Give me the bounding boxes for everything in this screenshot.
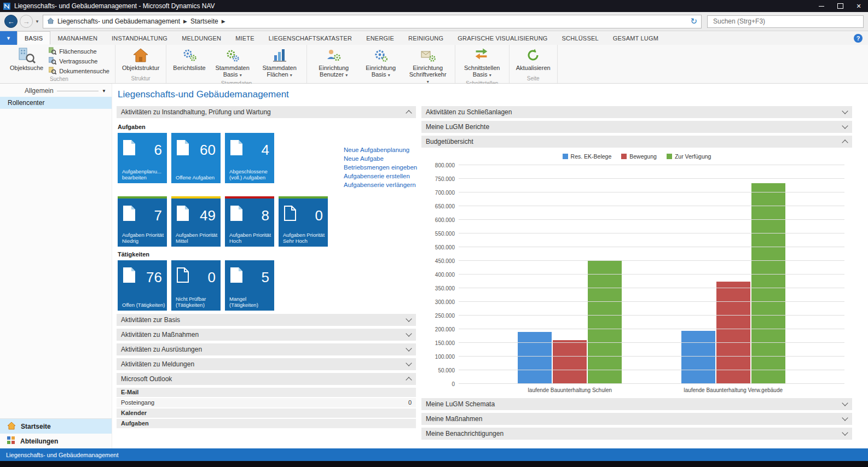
chart-bar [588,261,622,384]
band-outlook[interactable]: Microsoft Outlook [117,373,416,385]
band-budgetuebersicht[interactable]: Budgetübersicht [421,136,852,148]
button-label: Berichtsliste [173,65,205,71]
band-lugm-berichte[interactable]: Meine LuGM Berichte [421,121,852,133]
history-caret-icon[interactable]: ▼ [35,19,39,24]
breadcrumb-arrow-icon[interactable]: ▶ [183,19,187,24]
outlook-row-aufgaben[interactable]: Aufgaben [117,419,416,428]
outlook-row-email[interactable]: E-Mail [117,388,416,397]
tab-liegenschaftskataster[interactable]: LIEGENSCHAFTSKATASTER [262,31,359,45]
cue-tile-aufgabenplanung[interactable]: 6 Aufgabenplanu... bearbeiten [118,133,167,183]
y-axis-label: 450.000 [435,258,459,264]
band-label: Aktivitäten zu Meldungen [121,360,194,368]
y-axis-label: 600.000 [435,217,459,223]
band-label: Meine Benachrichtigungen [426,430,504,437]
gridline [459,274,844,275]
berichtsliste-button[interactable]: Berichtsliste [170,46,208,72]
cue-tile-prioritaet-mittel[interactable]: 49 Aufgaben Priorität Mittel [171,196,221,247]
breadcrumb-arrow-icon[interactable]: ▶ [222,19,225,24]
tab-basis[interactable]: BASIS [17,31,50,45]
objektstruktur-button[interactable]: Objektstruktur [119,46,162,72]
breadcrumb-page[interactable]: Startseite [190,17,218,25]
aktualisieren-button[interactable]: Aktualisieren [513,46,553,72]
band-massnahmen[interactable]: Aktivitäten zu Maßnahmen [117,329,416,341]
tab-gesamt-lugm[interactable]: GESAMT LUGM [606,31,666,45]
breadcrumb-root[interactable]: Liegenschafts- und Gebäudemanagement [57,17,180,25]
tab-energie[interactable]: ENERGIE [359,31,401,45]
sidebar-item-label: Startseite [21,423,51,430]
band-schliessanlagen[interactable]: Aktivitäten zu Schließanlagen [421,106,852,118]
cue-tile-prioritaet-niedrig[interactable]: 7 Aufgaben Priorität Niedrig [118,196,167,247]
ribbon-group-einrichtung: Einrichtung Benutzer ▾ Einrichtung Basis… [307,45,455,83]
tab-meldungen[interactable]: MELDUNGEN [175,31,228,45]
stammdaten-basis-button[interactable]: Stammdaten Basis ▾ [210,46,256,80]
link-neue-aufgabe[interactable]: Neue Aufgabe [344,155,417,162]
outlook-label: Kalender [121,408,147,418]
link-aufgabenserie-verlaengern[interactable]: Aufgabenserie verlängern [344,182,417,188]
dokumentensuche-button[interactable]: Dokumentensuche [47,67,111,75]
cue-tile-offen-taetigkeiten[interactable]: 76 Offen (Tätigkeiten) [118,260,167,311]
help-button[interactable]: ? [854,34,863,43]
band-instandhaltung[interactable]: Aktivitäten zu Instandhaltung, Prüfung u… [117,106,416,118]
stammdaten-flaechen-button[interactable]: Stammdaten Flächen ▾ [257,46,303,80]
band-benachrichtigungen[interactable]: Meine Benachrichtigungen [421,428,852,440]
band-ausruestungen[interactable]: Aktivitäten zu Ausrüstungen [117,343,416,355]
refresh-icon[interactable]: ↻ [690,16,697,26]
button-label: Dokumentensuche [59,68,109,74]
link-aufgabenserie-erstellen[interactable]: Aufgabenserie erstellen [344,173,417,179]
sidebar-item-startseite[interactable]: Startseite [0,419,112,434]
cue-tile-offene-aufgaben[interactable]: 60 Offene Aufgaben [171,133,221,183]
search-input[interactable] [712,17,859,26]
cue-tile-abgeschlossene-aufgaben[interactable]: 4 Abgeschlossene (voll.) Aufgaben [225,133,274,183]
band-meldungen[interactable]: Aktivitäten zu Meldungen [117,358,416,370]
y-axis-label: 0 [452,381,459,387]
document-outline-icon [176,267,189,285]
tab-massnahmen[interactable]: MAßNAHMEN [50,31,105,45]
tab-instandhaltung[interactable]: INSTANDHALTUNG [105,31,175,45]
flaechensuche-button[interactable]: Flächensuche [47,47,111,56]
sidebar-item-rollencenter[interactable]: Rollencenter [0,97,112,109]
einrichtung-schriftverkehr-button[interactable]: Einrichtung Schriftverkehr ▾ [405,46,451,86]
application-menu-button[interactable]: ▼ [0,31,17,45]
legend-swatch [667,154,672,159]
home-icon [7,422,16,431]
budget-chart: Res. EK-BelegeBewegungZur Verfügung lauf… [421,153,852,384]
link-betriebsmengen-eingeben[interactable]: Betriebsmengen eingeben [344,164,417,171]
cue-tile-mangel[interactable]: 5 Mangel (Tätigkeiten) [225,260,274,311]
bar-chart-icon [273,47,287,63]
gridline [459,247,844,247]
tab-grafische-visualisierung[interactable]: GRAFISCHE VISUALISIERUNG [450,31,554,45]
vertragssuche-button[interactable]: Vertragssuche [47,57,111,66]
cue-label: Mangel (Tätigkeiten) [229,296,273,308]
tab-schluessel[interactable]: SCHLÜSSEL [555,31,606,45]
band-basis[interactable]: Aktivitäten zur Basis [117,314,416,326]
outlook-row-posteingang[interactable]: Posteingang 0 [117,398,416,407]
link-neue-aufgabenplanung[interactable]: Neue Aufgabenplanung [344,147,417,153]
cue-label: Offene Aufgaben [176,175,219,181]
cue-tile-nicht-pruefbar[interactable]: 0 Nicht Prüfbar (Tätigkeiten) [171,260,221,311]
back-button[interactable]: ← [4,15,18,28]
schnittstellen-basis-button[interactable]: Schnittstellen Basis ▾ [459,46,505,80]
einrichtung-benutzer-button[interactable]: Einrichtung Benutzer ▾ [311,46,357,80]
forward-button[interactable]: → [20,15,33,28]
cue-label: Offen (Tätigkeiten) [122,302,165,308]
band-lugm-schemata[interactable]: Meine LuGM Schemata [421,398,852,410]
close-button[interactable]: ✕ [849,0,868,12]
y-axis-label: 500.000 [435,244,459,250]
section-instandhaltung: Aufgaben 6 Aufgabenplanu... bearbeiten 6… [117,124,416,314]
cue-tile-prioritaet-hoch[interactable]: 8 Aufgaben Priorität Hoch [225,196,274,247]
band-meine-massnahmen[interactable]: Meine Maßnahmen [421,413,852,425]
nav-section-allgemein[interactable]: Allgemein ▼ [0,84,112,97]
cue-value: 0 [315,207,323,224]
ribbon-group-seite: Aktualisieren Seite [510,45,558,83]
cue-tile-prioritaet-sehr-hoch[interactable]: 0 Aufgaben Priorität Sehr Hoch [279,196,328,247]
einrichtung-basis-button[interactable]: Einrichtung Basis ▾ [358,46,404,80]
minimize-button[interactable] [812,0,831,12]
maximize-button[interactable] [831,0,849,12]
objektsuche-button[interactable]: Objektsuche [7,46,46,72]
tab-reinigung[interactable]: REINIGUNG [401,31,450,45]
sidebar-item-abteilungen[interactable]: Abteilungen [0,434,112,448]
cue-label: Aufgabenplanu... bearbeiten [122,169,165,180]
button-label: Einrichtung Schriftverkehr [409,65,447,78]
tab-miete[interactable]: MIETE [228,31,262,45]
outlook-row-kalender[interactable]: Kalender [117,408,416,418]
